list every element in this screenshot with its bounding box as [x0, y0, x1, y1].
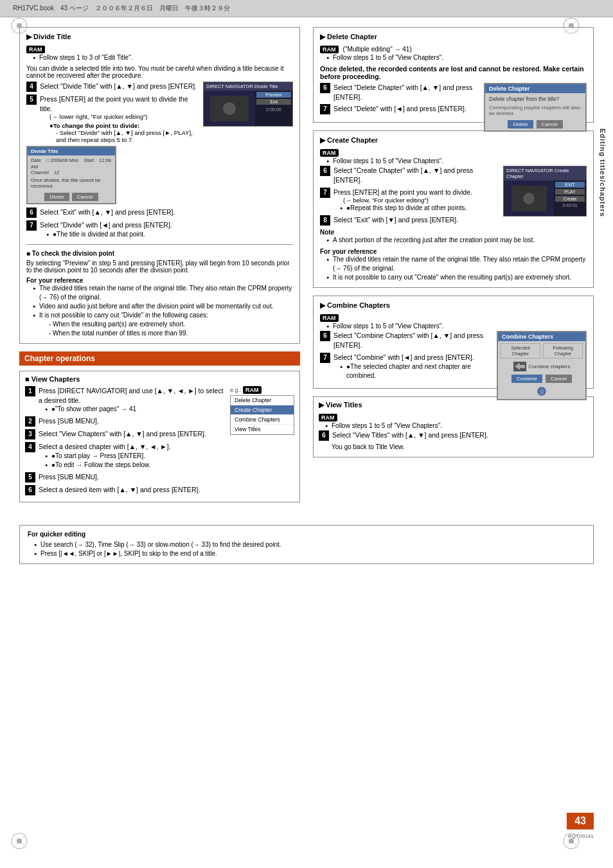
view-titles-heading: ▶ View Titles — [319, 401, 588, 409]
vc-step1-sub: ●"To show other pages" → 41 — [45, 405, 225, 414]
corner-tr-decoration — [562, 16, 581, 37]
bottom-ref-bullet1: Use search (→ 32), Time Slip (→ 33) or s… — [34, 540, 585, 549]
ram-badge: RAM — [26, 46, 45, 53]
cc-ss-btns: EXIT PLAY Create 0:43:01 — [554, 181, 586, 216]
vt-bullet1: Follow steps 1 to 5 of "View Chapters". — [325, 421, 588, 430]
divide-bullet1: Follow steps 1 to 3 of "Edit Title". — [33, 53, 293, 62]
view-chapters-section: ■ View Chapters e.g.: RAM Delete Chapter… — [19, 371, 300, 502]
delete-dialog-delete-btn[interactable]: Delete — [508, 120, 533, 128]
check-division-text: By selecting "Preview" in step 5 and pre… — [26, 260, 293, 274]
corner-bl-decoration — [10, 831, 29, 852]
comb-step6: 6 Select "Combine Chapters" with [▲, ▼] … — [320, 331, 492, 350]
video-thumbnail-icon — [210, 96, 249, 121]
delete-dialog-text1: Delete chapter from the title? — [485, 93, 585, 105]
ss-time: 0:00:00 — [256, 107, 291, 112]
cc-ram-badge: RAM — [320, 149, 339, 157]
delete-chapter-section: ▶ Delete Chapter RAM ("Multiple editing"… — [313, 27, 594, 123]
combine-circle-icon: ☆ — [498, 385, 585, 399]
step7-bullets: ●The title is divided at that point. — [46, 230, 172, 239]
cc-time: 0:43:01 — [555, 203, 585, 208]
vt-result: You go back to Title View. — [332, 443, 588, 450]
eg-menu-box: e.g.: RAM Delete Chapter Create Chapter … — [230, 386, 294, 435]
delete-dialog-title: Delete Chapter — [485, 84, 585, 93]
menu-delete-chapter[interactable]: Delete Chapter — [231, 396, 294, 405]
menu-combine-chapters[interactable]: Combine Chapters — [231, 415, 294, 425]
comb-step7-sub: ●The selected chapter and next chapter a… — [340, 362, 492, 380]
vc-step3: 3 Select "View Chapters" with [▲, ▼] and… — [25, 429, 225, 439]
ref-title-left: For your reference — [26, 277, 293, 284]
cc-ref-title: For your reference — [320, 248, 587, 255]
combine-btn[interactable]: Combine — [511, 375, 542, 383]
combine-dialog-title: Combine Chapters — [498, 332, 585, 341]
vt-step6: 6 Select "View Titles" with [▲, ▼] and p… — [319, 430, 588, 441]
divide-btn[interactable]: Divide — [44, 193, 69, 201]
delete-chapter-heading: ▶ Delete Chapter — [320, 33, 587, 41]
dc-ram-row: RAM ("Multiple editing" → 41) — [320, 45, 587, 53]
vc-step1: 1 Press [DIRECT NAVIGATOR] and use [▲, ▼… — [25, 386, 225, 414]
cc-exit-btn: EXIT — [555, 182, 585, 188]
cc-note-title: Note — [320, 229, 587, 236]
dc-bullets: Follow steps 1 to 5 of "View Chapters". — [326, 53, 587, 62]
cc-bullets: Follow steps 1 to 5 of "View Chapters". — [326, 157, 587, 166]
exit-btn: Exit — [256, 99, 291, 105]
cc-note-text: A short portion of the recording just af… — [326, 236, 587, 245]
create-chapter-heading: ▶ Create Chapter — [320, 136, 587, 145]
step7-sub: ●The title is divided at that point. — [46, 230, 172, 239]
corner-br-decoration — [562, 831, 581, 852]
page-header: RH17VC.book 43 ページ ２００６年２月６日 月曜日 午後３時２９分 — [0, 0, 613, 17]
menu-create-chapter[interactable]: Create Chapter — [231, 405, 294, 415]
ss-content: Preview Exit 0:00:00 — [204, 91, 292, 126]
delete-dialog: Delete Chapter Delete chapter from the t… — [484, 83, 587, 132]
cc-step6: 6 Select "Create Chapter" with [▲, ▼] an… — [320, 166, 498, 184]
dc-step7: 7 Select "Delete" with [◄] and press [EN… — [320, 104, 479, 114]
chapter-ops-section: Chapter operations ■ View Chapters e.g.:… — [19, 351, 300, 502]
eg-ram-badge: RAM — [243, 386, 262, 394]
combine-cancel-btn[interactable]: Cancel — [546, 375, 572, 383]
step5-sub-text: - Select "Divide" with [▲, ▼] and press … — [56, 129, 198, 143]
vt-ram-row: RAM — [319, 413, 588, 421]
view-titles-section: ▶ View Titles RAM Follow steps 1 to 5 of… — [313, 396, 594, 457]
cc-ram-row: RAM — [320, 148, 587, 157]
divide-intro: You can divide a selected title into two… — [26, 65, 293, 79]
combine-chapters-heading: ▶ Combine Chapters — [320, 301, 587, 310]
chapter-ops-header: Chapter operations — [19, 351, 300, 366]
step5-sub1: (→ lower right, "For quicker editing") — [49, 113, 198, 120]
comb-bullets: Follow steps 1 to 5 of "View Chapters". — [326, 322, 587, 331]
menu-view-titles[interactable]: View Titles — [231, 425, 294, 434]
combine-chapters-section: ▶ Combine Chapters RAM Follow steps 1 to… — [313, 296, 594, 388]
cancel-btn[interactable]: Cancel — [72, 193, 98, 201]
side-label: Editing titles/chapters — [599, 128, 607, 217]
delete-dialog-cancel-btn[interactable]: Cancel — [537, 120, 563, 128]
combine-dialog-col1: Selected Chapter — [501, 343, 540, 359]
step-5: 5 Press [ENTER] at the point you want to… — [26, 94, 198, 143]
divide-dialog: Divide Title Date □ 2009/08 Mon Start 12… — [26, 146, 116, 204]
vc-step4: 4 Select a desired chapter with [▲, ▼, ◄… — [25, 442, 294, 470]
vt-ram-badge: RAM — [319, 414, 337, 421]
eg-menu: Delete Chapter Create Chapter Combine Ch… — [230, 395, 294, 435]
right-column: ▶ Delete Chapter RAM ("Multiple editing"… — [313, 27, 594, 509]
combine-dialog-col2: Following Chapter — [543, 343, 583, 359]
bottom-ref-box: For quicker editing Use search (→ 32), T… — [19, 525, 594, 564]
vc-step2: 2 Press [SUB MENU]. — [25, 416, 225, 427]
eg-label: e.g.: RAM — [230, 386, 294, 394]
divide-bullets: Follow steps 1 to 3 of "Edit Title". — [33, 53, 293, 62]
step-7: 7 Select "Divide" with [◄] and press [EN… — [26, 220, 293, 239]
divide-title-screenshot: DIRECT NAVIGATOR Divide Title Preview Ex… — [203, 82, 293, 127]
view-chapters-title: ■ View Chapters — [25, 375, 294, 383]
left-column: ▶ Divide Title RAM Follow steps 1 to 3 o… — [19, 27, 300, 509]
preview-btn: Preview — [256, 92, 291, 98]
cc-step7: 7 Press [ENTER] at the point you want to… — [320, 188, 498, 213]
cc-play-btn: PLAY — [555, 189, 585, 195]
vt-bullets: Follow steps 1 to 5 of "View Chapters". — [325, 421, 588, 430]
header-japanese-text: RH17VC.book 43 ページ ２００６年２月６日 月曜日 午後３時２９分 — [13, 4, 230, 12]
cc-create-btn: Create — [555, 196, 585, 202]
step-4: 4 Select "Divide Title" with [▲, ▼] and … — [26, 82, 198, 92]
main-content: ▶ Divide Title RAM Follow steps 1 to 3 o… — [0, 17, 613, 518]
step-6: 6 Select "Exit" with [▲, ▼] and press [E… — [26, 208, 293, 218]
bottom-ref-bullet2: Press [|◄◄, SKIP] or [►►|, SKIP] to skip… — [34, 549, 585, 558]
comb-bullet1: Follow steps 1 to 5 of "View Chapters". — [326, 322, 587, 331]
cc-ss-content: EXIT PLAY Create 0:43:01 — [504, 181, 586, 216]
ref2: Video and audio just before and after th… — [33, 302, 293, 311]
divide-title-heading: ▶ Divide Title — [26, 33, 293, 41]
comb-ram-row: RAM — [320, 314, 587, 322]
